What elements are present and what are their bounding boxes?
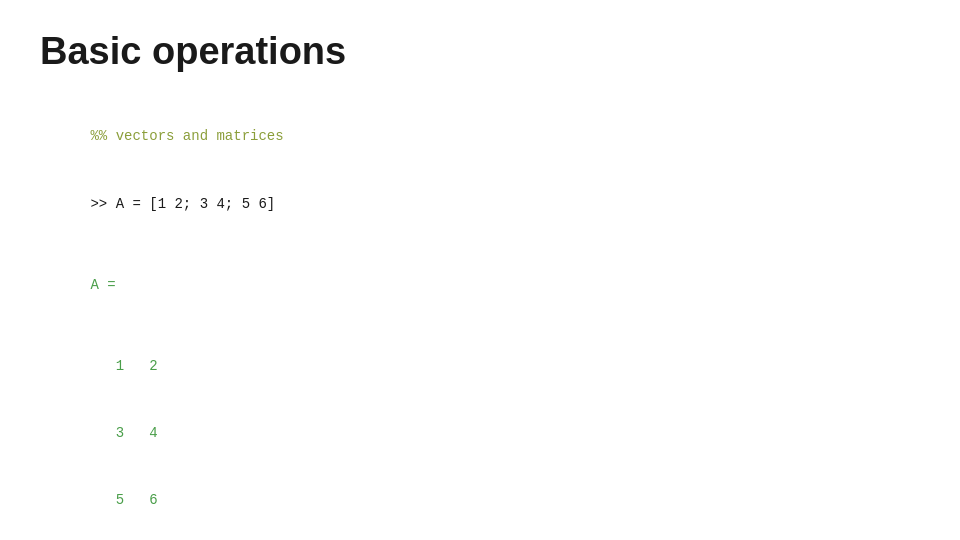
spacer-3: [40, 534, 920, 540]
prompt-A: >>: [90, 196, 115, 212]
input-line-A: >> A = [1 2; 3 4; 5 6]: [40, 170, 920, 237]
code-block: %% vectors and matrices >> A = [1 2; 3 4…: [40, 103, 920, 540]
output-A-label-line: A =: [40, 251, 920, 318]
output-A-row3: 5 6: [40, 467, 920, 534]
output-A-value-row2: 3 4: [90, 425, 157, 441]
page-title: Basic operations: [40, 30, 920, 73]
output-A-value-row3: 5 6: [90, 492, 157, 508]
code-A: A = [1 2; 3 4; 5 6]: [116, 196, 276, 212]
output-A-label: A =: [90, 277, 115, 293]
page-container: Basic operations %% vectors and matrices…: [0, 0, 960, 540]
output-A-row2: 3 4: [40, 400, 920, 467]
spacer-1: [40, 237, 920, 251]
spacer-2: [40, 319, 920, 333]
output-A-value-row1: 1 2: [90, 358, 157, 374]
comment-text-1: %% vectors and matrices: [90, 128, 283, 144]
output-A-row1: 1 2: [40, 333, 920, 400]
comment-line-1: %% vectors and matrices: [40, 103, 920, 170]
